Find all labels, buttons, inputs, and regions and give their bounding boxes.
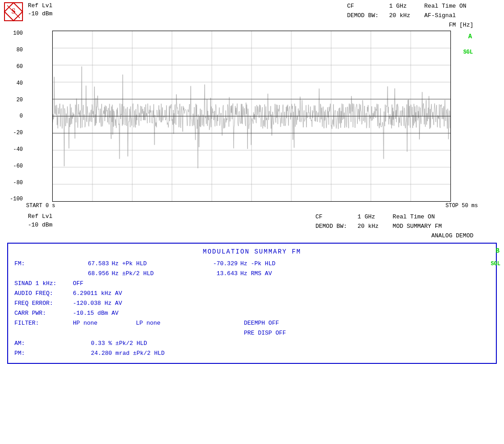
fm-neg-pk-unit: Hz -Pk HLD xyxy=(240,259,275,269)
top-header: S Ref Lvl -10 dBm CF 1 GHz Real Time ON … xyxy=(0,0,504,31)
pm-value: 24.280 mrad ±Pk/2 HLD xyxy=(91,349,165,358)
freq-error-value: -120.038 Hz AV xyxy=(73,299,122,308)
fm-pm-pk2-unit: Hz ±Pk/2 HLD xyxy=(112,269,157,279)
demod-bw-value-2: 20 kHz xyxy=(358,223,379,230)
x-start-label: START 0 s xyxy=(26,203,55,209)
header-right-2: CF 1 GHz Real Time ON DEMOD BW: 20 kHz M… xyxy=(315,213,500,240)
audio-freq-label: AUDIO FREQ: xyxy=(14,289,73,299)
cf-line: CF 1 GHz Real Time ON xyxy=(347,2,473,11)
carr-pwr-label: CARR PWR: xyxy=(14,308,73,318)
real-time: Real Time ON xyxy=(424,3,467,9)
chart-panel-a-wrapper: 100 80 60 40 20 0 -20 -40 -60 -80 -100 A… xyxy=(4,31,500,209)
demod-bw-label-2: DEMOD BW: xyxy=(315,223,347,230)
fm-label: FM: xyxy=(14,259,73,269)
ref-lv-value: -10 dBm xyxy=(28,10,53,18)
fm-rms-val: 13.643 xyxy=(184,269,238,279)
demod-bw-value: 20 kHz xyxy=(389,12,410,19)
demod-bw-line: DEMOD BW: 20 kHz AF-Signal xyxy=(347,11,473,21)
fm-neg-pk-val: -70.329 xyxy=(184,259,238,269)
panel-label-a: A xyxy=(468,33,472,40)
sinad-row: SINAD 1 kHz: OFF xyxy=(14,279,490,289)
ref-lv-value-2: -10 dBm xyxy=(28,221,53,229)
fm-row-2: 68.956 Hz ±Pk/2 HLD 13.643 Hz RMS AV xyxy=(14,269,490,279)
panel-b: MODULATION SUMMARY FM FM: 67.583 Hz +Pk … xyxy=(7,243,497,364)
cf-value-2: 1 GHz xyxy=(358,213,375,220)
waveform-chart-a: A SGL xyxy=(52,31,451,202)
filter-lp: LP none xyxy=(136,318,190,328)
am-value: 0.33 % ±Pk/2 HLD xyxy=(91,339,147,349)
second-header: Ref Lvl -10 dBm CF 1 GHz Real Time ON DE… xyxy=(0,211,504,241)
filter-label: FILTER: xyxy=(14,318,73,328)
brand-logo: S xyxy=(4,2,23,22)
carr-pwr-row: CARR PWR: -10.15 dBm AV xyxy=(14,308,490,318)
ref-level-info-2: Ref Lvl -10 dBm xyxy=(28,213,53,229)
freq-error-label: FREQ ERROR: xyxy=(14,299,73,308)
ref-lv-label: Ref Lvl xyxy=(28,2,53,10)
real-time-2: Real Time ON xyxy=(393,213,435,220)
filter-hp: HP none xyxy=(73,318,127,328)
fm-pos-pk-unit: Hz +Pk HLD xyxy=(112,259,157,269)
cf-label: CF xyxy=(347,3,354,9)
filter-deemph: DEEMPH OFF xyxy=(244,318,279,328)
cf-line-2: CF 1 GHz Real Time ON xyxy=(315,213,473,222)
pre-disp-row: PRE DISP OFF xyxy=(14,328,490,338)
cf-value: 1 GHz xyxy=(389,3,407,9)
filter-row: FILTER: HP none LP none DEEMPH OFF xyxy=(14,318,490,328)
pm-row: PM: 24.280 mrad ±Pk/2 HLD xyxy=(14,349,490,358)
ref-lv-label-2: Ref Lvl xyxy=(28,213,53,221)
fm-rms-unit: Hz RMS AV xyxy=(240,269,272,279)
fm-pos-pk-val: 67.583 xyxy=(73,259,109,269)
sinad-label: SINAD 1 kHz: xyxy=(14,279,73,289)
pm-label: PM: xyxy=(14,349,73,358)
demod-bw-line-2: DEMOD BW: 20 kHz MOD SUMMARY FM xyxy=(315,222,473,231)
panel-label-b: B xyxy=(496,247,500,254)
af-signal: AF-Signal xyxy=(424,12,456,19)
audio-freq-row: AUDIO FREQ: 6.29011 kHz AV xyxy=(14,289,490,299)
analog-demod-line: ANALOG DEMOD xyxy=(315,231,473,241)
fm-pm-pk2-val: 68.956 xyxy=(73,269,109,279)
analog-demod: ANALOG DEMOD xyxy=(431,232,473,239)
fm-row-1: FM: 67.583 Hz +Pk HLD -70.329 Hz -Pk HLD xyxy=(14,259,490,269)
sinad-value: OFF xyxy=(73,279,83,289)
panel-sgl-a: SGL xyxy=(463,49,473,55)
demod-bw-label: DEMOD BW: xyxy=(347,12,378,19)
mod-summary: MOD SUMMARY FM xyxy=(393,223,442,230)
svg-text:S: S xyxy=(12,7,16,15)
carr-pwr-value: -10.15 dBm AV xyxy=(73,308,118,318)
cf-label-2: CF xyxy=(315,213,323,220)
freq-error-row: FREQ ERROR: -120.038 Hz AV xyxy=(14,299,490,308)
y-axis-a: 100 80 60 40 20 0 -20 -40 -60 -80 -100 xyxy=(8,31,25,202)
x-axis-labels-a: START 0 s STOP 50 ms xyxy=(26,203,478,209)
pre-disp-value: PRE DISP OFF xyxy=(244,328,286,338)
am-row: AM: 0.33 % ±Pk/2 HLD xyxy=(14,339,490,349)
panel-b-title: MODULATION SUMMARY FM xyxy=(14,248,490,255)
fm-hz: FM [Hz] xyxy=(449,22,473,28)
am-label: AM: xyxy=(14,339,73,349)
ref-level-info: Ref Lvl -10 dBm xyxy=(28,2,53,18)
fm-hz-line: FM [Hz] xyxy=(347,21,473,30)
panel-sgl-b: SGL xyxy=(490,261,500,267)
x-stop-label: STOP 50 ms xyxy=(446,203,478,209)
header-right: CF 1 GHz Real Time ON DEMOD BW: 20 kHz A… xyxy=(347,2,500,30)
audio-freq-value: 6.29011 kHz AV xyxy=(73,289,122,299)
